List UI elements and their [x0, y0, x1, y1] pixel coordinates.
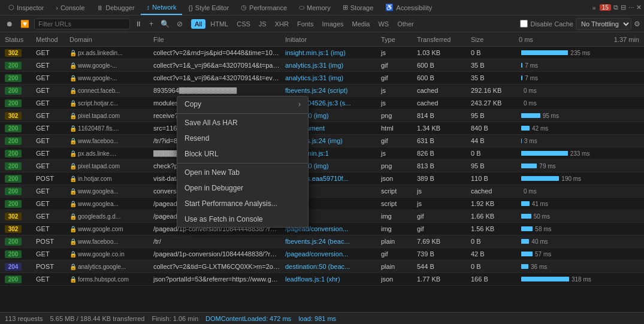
- disable-cache-label[interactable]: Disable Cache: [520, 20, 573, 28]
- initiator-cell: analytics.js:31 (img): [283, 62, 379, 69]
- table-row[interactable]: 200 GET 🔒script.hotjar.c... modules▓▓▓▓▓…: [0, 97, 644, 110]
- transferred-cell: 1.03 KB: [415, 49, 468, 56]
- initiator-link[interactable]: analytics.js:31 (img): [285, 74, 343, 81]
- context-menu-item[interactable]: Open in Debugger: [177, 180, 308, 196]
- timing-bar: [521, 264, 528, 269]
- context-menu-separator: [177, 113, 308, 114]
- timeline-cell: 50 ms: [516, 213, 642, 220]
- context-menu-item[interactable]: Start Performance Analysis...: [177, 196, 308, 211]
- filter-all[interactable]: All: [191, 19, 205, 29]
- filter-images[interactable]: Images: [318, 19, 347, 29]
- tab-accessibility[interactable]: ♿ Accessibility: [379, 0, 438, 15]
- timeline-cell: 0 ms: [516, 87, 642, 94]
- style-editor-icon: {}: [188, 4, 192, 11]
- pause-button[interactable]: ⏸: [132, 19, 144, 29]
- table-row[interactable]: 200 GET 🔒www.google-... collect?v=1&_v=j…: [0, 72, 644, 84]
- filter-other[interactable]: Other: [394, 19, 418, 29]
- table-row[interactable]: 204 POST 🔒analytics.google... collect?v=…: [0, 261, 644, 273]
- table-row[interactable]: 200 GET 🔒www.googlea... conversio▓▓▓▓▓▓▓…: [0, 185, 644, 198]
- initiator-link[interactable]: /pagead/conversion...: [285, 250, 348, 258]
- clear-button[interactable]: ⊘: [174, 19, 185, 29]
- initiator-cell: leadflows.js:1 (xhr): [283, 275, 379, 283]
- close-icon[interactable]: ✕: [636, 4, 642, 11]
- throttle-select[interactable]: No Throttling: [576, 18, 631, 30]
- filter-media[interactable]: Media: [349, 19, 374, 29]
- tab-inspector[interactable]: ⬡ Inspector: [2, 0, 50, 15]
- tab-network[interactable]: ↕ Network: [141, 0, 183, 15]
- table-row[interactable]: 302 GET 🔒px.ads.linkedin... collect?v=2&…: [0, 47, 644, 59]
- initiator-link[interactable]: fbevents.js:24 (beac...: [285, 238, 350, 245]
- filter-js[interactable]: JS: [255, 19, 270, 29]
- col-timeline-header: 0 ms 1.37 min: [516, 36, 642, 43]
- tab-memory[interactable]: ⬭ Memory: [293, 0, 337, 15]
- timing-label: 40 ms: [531, 238, 548, 245]
- initiator-link[interactable]: fbevents.js:24 (script): [285, 87, 348, 94]
- domain-cell: 🔒www.googlea...: [67, 188, 151, 195]
- split-icon[interactable]: ⊟: [621, 4, 626, 11]
- table-row[interactable]: 200 GET 🔒www.google.co.in /pagead/1p-con…: [0, 248, 644, 261]
- table-row[interactable]: 302 GET 🔒pixel.tapad.com receive?▓▓▓▓▓▓▓…: [0, 110, 644, 122]
- context-menu-item[interactable]: Resend: [177, 131, 308, 146]
- settings-button[interactable]: ⚙: [634, 20, 640, 28]
- tab-performance[interactable]: ◷ Performance: [235, 0, 293, 15]
- context-menu-item[interactable]: Save All As HAR: [177, 115, 308, 131]
- timing-bar: [521, 201, 530, 206]
- filter-html[interactable]: HTML: [207, 19, 232, 29]
- table-row[interactable]: 200 GET 🔒connect.faceb... 8935964▓▓▓▓▓▓▓…: [0, 84, 644, 97]
- tab-storage[interactable]: ⊞ Storage: [337, 0, 380, 15]
- type-cell: js: [379, 49, 415, 56]
- initiator-link[interactable]: insight.min.js:1 (img): [285, 49, 346, 56]
- tab-style-editor[interactable]: {} Style Editor: [182, 0, 235, 15]
- timing-label: 190 ms: [561, 175, 581, 182]
- status-cell: 200: [2, 187, 34, 195]
- initiator-link[interactable]: destination:50 (beac...: [285, 263, 350, 270]
- storage-icon: ⊞: [343, 4, 348, 11]
- context-menu-item[interactable]: Block URL: [177, 146, 308, 162]
- table-row[interactable]: 200 GET 🔒www.faceboo... /tr/?id=8▓▓▓▓▓▓▓…: [0, 135, 644, 147]
- tab-debugger[interactable]: ⏸ Debugger: [90, 0, 140, 15]
- status-badge: 200: [5, 162, 22, 170]
- table-row[interactable]: 200 POST 🔒in.hotjar.com visit-data▓▓▓▓▓▓…: [0, 172, 644, 185]
- table-row[interactable]: 200 GET 🔒11620487.fls.... src=1162▓▓▓▓▓▓…: [0, 122, 644, 135]
- table-row[interactable]: 200 GET 🔒www.google-... collect?v=1&_v=j…: [0, 59, 644, 72]
- filter-input[interactable]: [34, 19, 130, 29]
- table-row[interactable]: 200 GET 🔒forms.hubspot.com json?portalId…: [0, 273, 644, 286]
- status-cell: 200: [2, 150, 34, 158]
- table-row[interactable]: 200 GET 🔒px.ads.linke.... ▓▓▓▓▓▓▓▓▓▓▓▓▓▓…: [0, 147, 644, 160]
- status-cell: 302: [2, 49, 34, 57]
- options-icon[interactable]: ···: [628, 4, 634, 11]
- table-row[interactable]: 200 GET 🔒pixel.tapad.com check?p▓▓▓▓▓▓▓▓…: [0, 160, 644, 172]
- context-menu-item[interactable]: Open in New Tab: [177, 165, 308, 180]
- context-menu-item[interactable]: Copy›: [177, 96, 308, 112]
- add-button[interactable]: +: [147, 19, 156, 29]
- initiator-link[interactable]: leadflows.js:1 (xhr): [285, 275, 340, 283]
- col-method-header: Method: [34, 36, 67, 43]
- context-menu-item[interactable]: Use as Fetch in Console: [177, 211, 308, 227]
- record-button[interactable]: ⏺: [4, 19, 16, 29]
- timing-label: 41 ms: [532, 201, 548, 207]
- dock-icon[interactable]: ⧉: [613, 4, 618, 11]
- disable-cache-checkbox[interactable]: [520, 20, 528, 28]
- type-cell: img: [379, 213, 415, 220]
- more-tabs-button[interactable]: »: [589, 4, 600, 11]
- filter-css[interactable]: CSS: [233, 19, 254, 29]
- filter-button[interactable]: 🔽: [18, 19, 32, 29]
- window-controls[interactable]: ⧉ ⊟ ··· ✕: [613, 4, 642, 11]
- status-cell: 200: [2, 175, 34, 183]
- context-menu-item-label: Resend: [185, 134, 209, 143]
- table-row[interactable]: 302 GET 🔒www.google.com /pagead/1p-conve…: [0, 223, 644, 235]
- size-cell: 110 B: [468, 175, 516, 182]
- transferred-cell: 814 B: [415, 112, 468, 119]
- filter-xhr[interactable]: XHR: [271, 19, 292, 29]
- table-row[interactable]: 302 GET 🔒googleads.g.d... /pagead/viewth…: [0, 210, 644, 223]
- search-button[interactable]: 🔍: [158, 19, 172, 29]
- initiator-link[interactable]: analytics.js:31 (img): [285, 62, 343, 69]
- tab-console[interactable]: › Console: [50, 0, 90, 15]
- filter-ws[interactable]: WS: [374, 19, 392, 29]
- transferred-cell: cached: [415, 99, 468, 107]
- domain-cell: 🔒www.google.com: [67, 226, 151, 232]
- filter-fonts[interactable]: Fonts: [294, 19, 318, 29]
- status-cell: 200: [2, 200, 34, 208]
- table-row[interactable]: 200 GET 🔒www.googlea... /pagead/conversi…: [0, 198, 644, 210]
- table-row[interactable]: 200 POST 🔒www.faceboo... /tr/ fbevents.j…: [0, 235, 644, 248]
